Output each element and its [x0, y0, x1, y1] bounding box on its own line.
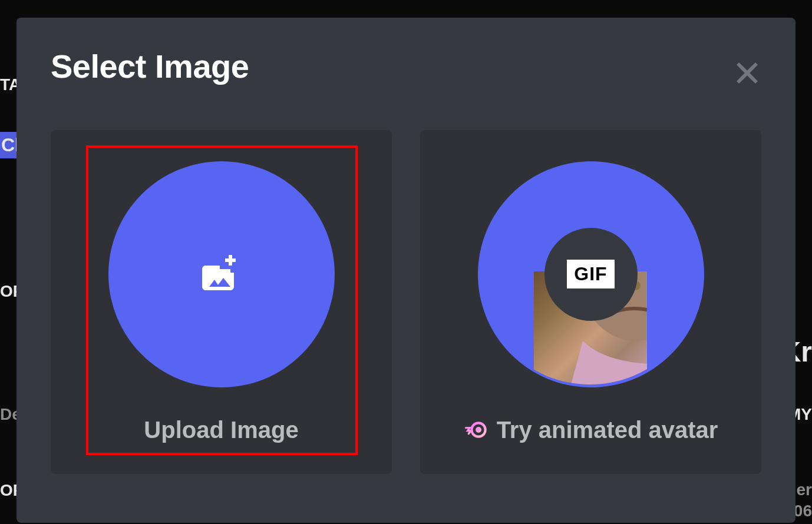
animated-avatar-label: Try animated avatar [497, 417, 718, 443]
image-upload-icon [200, 253, 243, 296]
close-button[interactable] [727, 53, 767, 95]
upload-image-option[interactable]: Upload Image [51, 130, 392, 474]
animated-avatar-option[interactable]: GIF Try animated avatar [420, 130, 761, 474]
gif-center-overlay: GIF [544, 228, 638, 321]
backdrop-text: er [797, 480, 812, 499]
upload-circle [108, 161, 335, 387]
animated-label-row: Try animated avatar [464, 417, 718, 443]
upload-image-label: Upload Image [144, 417, 298, 443]
svg-point-2 [209, 271, 214, 276]
modal-title: Select Image [51, 47, 249, 85]
close-icon [733, 59, 761, 87]
modal-header: Select Image [51, 47, 761, 95]
options-container: Upload Image [51, 130, 761, 474]
svg-point-11 [476, 427, 481, 433]
upload-circle-bg [108, 161, 335, 387]
nitro-icon [464, 418, 487, 442]
gif-circle: GIF [478, 161, 704, 387]
gif-badge: GIF [567, 260, 614, 288]
backdrop-text: 06 [794, 502, 812, 520]
select-image-modal: Select Image Upload Image [16, 18, 796, 523]
